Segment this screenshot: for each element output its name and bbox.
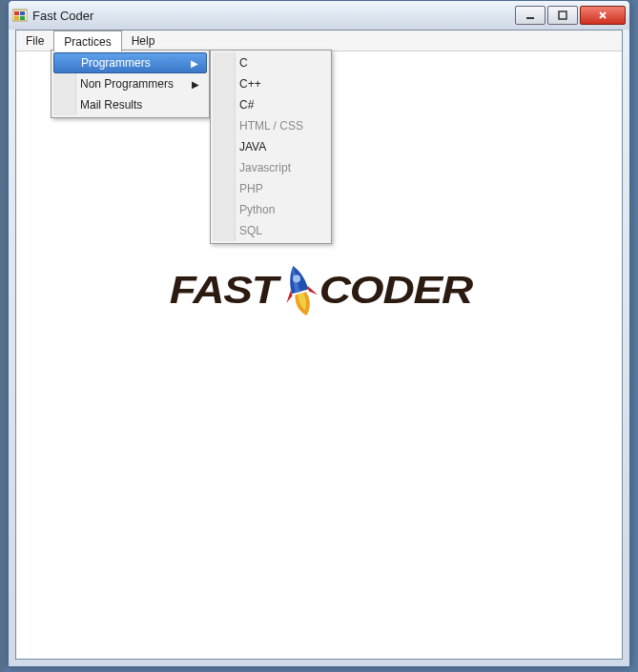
svg-rect-2 bbox=[20, 11, 25, 15]
submenu-item[interactable]: Python bbox=[213, 199, 329, 220]
menu-item-mail-results[interactable]: Mail Results bbox=[53, 94, 207, 115]
submenu-item-label: Python bbox=[239, 203, 275, 216]
submenu-arrow-icon: ▶ bbox=[191, 58, 198, 69]
menu-item-non-programmers[interactable]: Non Programmers ▶ bbox=[53, 73, 207, 94]
titlebar[interactable]: Fast Coder bbox=[9, 1, 629, 30]
svg-rect-1 bbox=[14, 11, 19, 15]
submenu-item[interactable]: C# bbox=[213, 94, 329, 115]
close-button[interactable] bbox=[580, 6, 626, 25]
logo-text-left: FAST bbox=[169, 269, 277, 312]
submenu-item-label: Javascript bbox=[239, 161, 291, 174]
submenu-item[interactable]: SQL bbox=[213, 220, 329, 241]
svg-rect-4 bbox=[20, 16, 25, 20]
submenu-item-label: SQL bbox=[239, 224, 262, 237]
svg-rect-5 bbox=[526, 17, 534, 19]
menu-file[interactable]: File bbox=[16, 31, 53, 51]
submenu-item[interactable]: C++ bbox=[213, 73, 329, 94]
submenu-item-label: C# bbox=[239, 98, 254, 112]
svg-rect-3 bbox=[14, 16, 19, 20]
maximize-button[interactable] bbox=[547, 6, 578, 25]
logo-text-right: CODER bbox=[319, 269, 471, 312]
submenu-item-label: C++ bbox=[239, 77, 261, 91]
submenu-item[interactable]: HTML / CSS bbox=[213, 115, 329, 136]
submenu-item[interactable]: C bbox=[213, 52, 329, 73]
submenu-item[interactable]: JAVA bbox=[213, 136, 329, 157]
submenu-arrow-icon: ▶ bbox=[192, 79, 199, 90]
app-icon bbox=[12, 8, 28, 23]
submenu-item-label: C bbox=[239, 56, 248, 70]
menu-item-label: Non Programmers bbox=[80, 77, 174, 91]
menubar: File Practices Help bbox=[16, 31, 622, 51]
window-shadow-edge bbox=[0, 0, 8, 672]
menu-practices[interactable]: Practices bbox=[53, 31, 121, 51]
submenu-item[interactable]: Javascript bbox=[213, 157, 329, 178]
submenu-item-label: JAVA bbox=[239, 140, 266, 153]
submenu-item[interactable]: PHP bbox=[213, 178, 329, 199]
app-logo: FAST CODER bbox=[176, 261, 463, 318]
menu-item-programmers[interactable]: Programmers ▶ bbox=[53, 52, 207, 73]
svg-rect-6 bbox=[559, 11, 566, 19]
practices-dropdown: Programmers ▶ Non Programmers ▶ Mail Res… bbox=[51, 50, 210, 118]
app-window: Fast Coder File Practices Help FAST bbox=[8, 0, 630, 667]
menu-help[interactable]: Help bbox=[122, 31, 165, 51]
submenu-item-label: HTML / CSS bbox=[239, 119, 303, 132]
submenu-item-label: PHP bbox=[239, 182, 263, 195]
menu-item-label: Mail Results bbox=[80, 98, 142, 112]
programmers-submenu: CC++C#HTML / CSSJAVAJavascriptPHPPythonS… bbox=[210, 50, 332, 244]
minimize-button[interactable] bbox=[515, 6, 545, 25]
window-title: Fast Coder bbox=[32, 9, 515, 23]
menu-item-label: Programmers bbox=[81, 56, 151, 70]
